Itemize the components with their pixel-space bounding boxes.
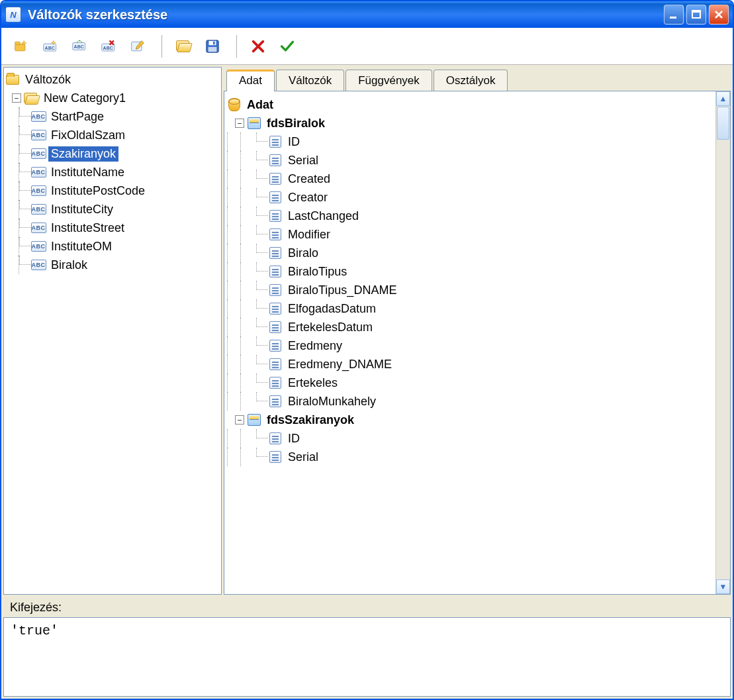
tab-osztalyok[interactable]: Osztályok: [434, 70, 508, 91]
dataset-icon: [247, 117, 261, 130]
data-tree[interactable]: Adat −fdsBiralokIDSerialCreatedCreatorLa…: [224, 91, 715, 594]
variable-item[interactable]: ABCBiralok: [5, 256, 220, 274]
field-node[interactable]: Eredmeny: [227, 336, 713, 355]
scrollbar[interactable]: ▲ ▼: [715, 91, 730, 594]
delete-variable-button[interactable]: ABC: [98, 34, 122, 58]
field-node[interactable]: BiraloMunkahely: [227, 392, 713, 411]
abc-icon: ABC: [31, 221, 46, 234]
abc-icon: ABC: [31, 240, 46, 253]
tree-category[interactable]: − New Category1: [5, 89, 220, 107]
cancel-button[interactable]: [248, 34, 271, 58]
variable-item[interactable]: ABCInstituteName: [5, 163, 220, 181]
folder-icon: [5, 73, 20, 86]
variable-item[interactable]: ABCStartPage: [5, 107, 220, 126]
dataset-node[interactable]: −fdsSzakiranyok: [227, 411, 713, 429]
data-root[interactable]: Adat: [227, 95, 713, 114]
collapse-icon[interactable]: −: [12, 93, 21, 103]
folder-open-icon: [24, 91, 38, 105]
field-icon: [268, 191, 283, 204]
variable-item[interactable]: ABCInstitutePostCode: [5, 181, 220, 200]
field-node[interactable]: Serial: [227, 448, 713, 466]
tab-fuggvenyek[interactable]: Függvények: [345, 70, 432, 91]
scroll-track[interactable]: [716, 140, 730, 579]
rename-button[interactable]: [127, 34, 151, 58]
scroll-down-button[interactable]: ▼: [716, 579, 730, 594]
field-label: LastChanged: [285, 209, 361, 224]
titlebar[interactable]: N Változók szerkesztése: [1, 1, 733, 28]
abc-icon: ABC: [31, 166, 46, 179]
field-icon: [268, 209, 283, 223]
dataset-node[interactable]: −fdsBiralok: [227, 114, 713, 132]
save-button[interactable]: [202, 34, 226, 58]
variables-tree[interactable]: Változók − New Category1 ABCStartPageABC…: [3, 67, 222, 595]
expression-label: Kifejezés:: [3, 597, 731, 617]
field-label: BiraloTipus_DNAME: [285, 283, 399, 298]
field-node[interactable]: ErtekelesDatum: [227, 318, 713, 336]
close-button[interactable]: [709, 5, 729, 25]
variable-item[interactable]: ABCSzakiranyok: [5, 144, 220, 163]
field-node[interactable]: Created: [227, 170, 713, 188]
variable-item[interactable]: ABCFixOldalSzam: [5, 126, 220, 144]
variable-label: InstituteStreet: [48, 221, 127, 236]
field-node[interactable]: Modifier: [227, 225, 713, 244]
field-node[interactable]: Creator: [227, 188, 713, 207]
toolbar-separator: [161, 35, 162, 58]
field-label: BiraloTipus: [285, 264, 349, 279]
toolbar-separator: [236, 35, 237, 58]
new-category-button[interactable]: [11, 34, 34, 58]
field-label: ErtekelesDatum: [285, 320, 375, 335]
variable-label: StartPage: [48, 109, 107, 125]
tree-root[interactable]: Változók: [5, 70, 220, 89]
field-label: Serial: [285, 450, 321, 465]
tab-adat[interactable]: Adat: [226, 70, 275, 91]
field-node[interactable]: BiraloTipus_DNAME: [227, 281, 713, 299]
svg-rect-4: [15, 42, 21, 44]
collapse-icon[interactable]: −: [235, 119, 244, 128]
field-icon: [268, 246, 283, 260]
field-node[interactable]: Serial: [227, 151, 713, 170]
maximize-button[interactable]: [686, 5, 706, 25]
collapse-icon[interactable]: −: [235, 415, 244, 425]
open-folder-icon: [176, 40, 191, 53]
abc-icon: ABC: [31, 184, 46, 197]
field-node[interactable]: BiraloTipus: [227, 262, 713, 281]
field-label: Biralo: [285, 246, 321, 261]
field-icon: [268, 302, 283, 315]
field-node[interactable]: ID: [227, 132, 713, 151]
field-node[interactable]: Eredmeny_DNAME: [227, 355, 713, 374]
tab-valtozok[interactable]: Változók: [276, 70, 344, 91]
field-node[interactable]: Ertekeles: [227, 374, 713, 392]
dataset-label: fdsSzakiranyok: [264, 413, 357, 428]
confirm-button[interactable]: [277, 34, 300, 58]
field-node[interactable]: LastChanged: [227, 207, 713, 225]
window-title: Változók szerkesztése: [28, 7, 664, 23]
field-icon: [268, 376, 283, 389]
field-icon: [268, 228, 283, 241]
field-label: ElfogadasDatum: [285, 301, 379, 317]
field-node[interactable]: Biralo: [227, 244, 713, 262]
field-icon: [268, 172, 283, 185]
open-button[interactable]: [173, 34, 197, 58]
field-label: ID: [285, 431, 302, 446]
new-variable-button[interactable]: ABC: [40, 34, 64, 58]
minimize-button[interactable]: [664, 5, 684, 25]
expression-input[interactable]: 'true': [3, 617, 731, 697]
field-icon: [268, 339, 283, 352]
svg-rect-14: [213, 41, 215, 44]
svg-text:ABC: ABC: [74, 44, 84, 49]
variable-item[interactable]: ABCInstituteOM: [5, 237, 220, 256]
variable-item[interactable]: ABCInstituteCity: [5, 200, 220, 219]
x-icon: [251, 40, 265, 53]
field-label: Modifier: [285, 227, 333, 242]
scroll-thumb[interactable]: [717, 107, 729, 140]
expression-value: 'true': [11, 623, 58, 638]
svg-rect-3: [15, 44, 25, 50]
edit-variable-button[interactable]: ABC: [69, 34, 93, 58]
field-node[interactable]: ID: [227, 429, 713, 448]
variable-item[interactable]: ABCInstituteStreet: [5, 219, 220, 237]
tree-category-label: New Category1: [41, 91, 128, 106]
field-node[interactable]: ElfogadasDatum: [227, 299, 713, 318]
toolbar: ABC ABC ABC: [1, 28, 733, 65]
field-icon: [268, 395, 283, 408]
scroll-up-button[interactable]: ▲: [716, 91, 730, 106]
